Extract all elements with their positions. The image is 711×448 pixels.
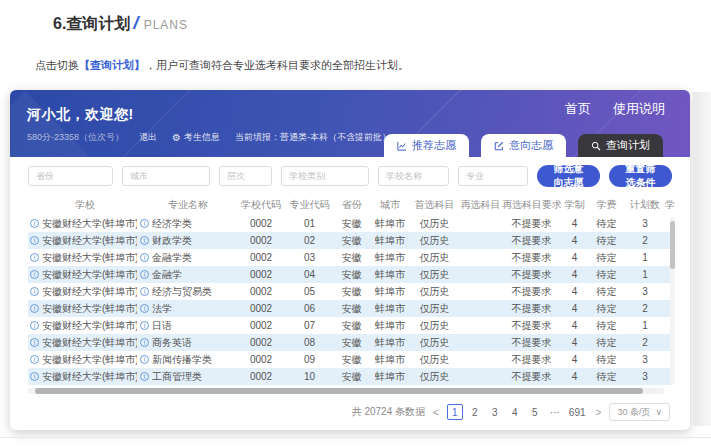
table-row[interactable]: 安徽财经大学(蚌埠市)(... 新闻传播学类 0002 09 安徽 蚌埠市 仅历… (28, 351, 672, 368)
horizontal-scrollbar-thumb[interactable] (35, 388, 643, 394)
section-subtitle: PLANS (144, 18, 188, 32)
student-info-link[interactable]: ⚙ 考生信息 (172, 131, 220, 144)
filter-input-major[interactable] (458, 166, 528, 186)
info-icon[interactable] (30, 304, 39, 313)
page-number[interactable]: 4 (507, 404, 523, 420)
info-icon[interactable] (140, 219, 149, 228)
page-number[interactable]: ··· (547, 404, 563, 420)
page-number[interactable]: 2 (467, 404, 483, 420)
table-row[interactable]: 安徽财经大学(蚌埠市)(... 财政学类 0002 02 安徽 蚌埠市 仅历史 … (28, 232, 672, 249)
cell-school-code: 0002 (236, 371, 286, 382)
filter-input-school-name[interactable] (378, 166, 449, 186)
cell-plan-count: 1 (625, 252, 665, 263)
logout-link[interactable]: 退出 (139, 131, 157, 144)
cell-plan-count: 2 (625, 337, 665, 348)
table-header-row: 学校 专业名称 学校代码 专业代码 省份 城市 首选科目 再选科目 再选科目要求… (28, 195, 672, 215)
info-icon[interactable] (140, 304, 149, 313)
col-plan-count: 计划数 (625, 198, 665, 212)
table-row[interactable]: 安徽财经大学(蚌埠市)(... 经济学类 0002 01 安徽 蚌埠市 仅历史 … (28, 215, 672, 232)
nav-guide-link[interactable]: 使用说明 (613, 100, 665, 118)
app-header: 首页 使用说明 河小北，欢迎您! 580分-23358（位次号） 退出 ⚙ 考生… (10, 90, 690, 157)
tab-recommend[interactable]: 推荐志愿 (384, 134, 469, 157)
page-number[interactable]: 5 (527, 404, 543, 420)
vertical-scrollbar-thumb[interactable] (670, 221, 675, 269)
filter-input-province[interactable] (28, 166, 113, 186)
next-page-button[interactable]: > (596, 407, 602, 418)
info-icon[interactable] (30, 372, 39, 381)
cell-province: 安徽 (333, 251, 370, 265)
tab-query-plans[interactable]: 查询计划 (578, 134, 663, 157)
cell-duration: 4 (561, 286, 588, 297)
tab-intention[interactable]: 意向志愿 (481, 134, 566, 157)
filter-intention-button[interactable]: 筛选意向志愿 (537, 165, 600, 187)
cell-major-code: 06 (286, 303, 333, 314)
cell-school: 安徽财经大学(蚌埠市)(... (28, 319, 140, 333)
cell-tuition: 待定 (588, 370, 625, 384)
filter-input-city[interactable] (122, 166, 210, 186)
vertical-scrollbar[interactable] (670, 217, 675, 385)
page-number[interactable]: 3 (487, 404, 503, 420)
cell-requirement: 不提要求 (502, 319, 561, 333)
page-size-select[interactable]: 30 条/页 ∨ (609, 403, 670, 421)
page-number[interactable]: 1 (447, 404, 463, 420)
plans-table: 学校 专业名称 学校代码 专业代码 省份 城市 首选科目 再选科目 再选科目要求… (28, 195, 672, 394)
col-second-subject: 再选科目 (459, 198, 502, 212)
cell-school: 安徽财经大学(蚌埠市)(... (28, 302, 140, 316)
info-icon[interactable] (140, 287, 149, 296)
table-row[interactable]: 安徽财经大学(蚌埠市)(... 工商管理类 0002 10 安徽 蚌埠市 仅历史… (28, 368, 672, 385)
cell-plan-count: 2 (625, 235, 665, 246)
cell-province: 安徽 (333, 285, 370, 299)
gear-icon: ⚙ (172, 133, 181, 143)
prev-page-button[interactable]: < (433, 407, 439, 418)
table-row[interactable]: 安徽财经大学(蚌埠市)(... 经济与贸易类 0002 05 安徽 蚌埠市 仅历… (28, 283, 672, 300)
info-icon[interactable] (30, 219, 39, 228)
cell-duration: 4 (561, 320, 588, 331)
cell-school-code: 0002 (236, 320, 286, 331)
info-icon[interactable] (30, 287, 39, 296)
cell-school: 安徽财经大学(蚌埠市)(... (28, 251, 140, 265)
filter-input-level[interactable] (219, 166, 272, 186)
nav-home-link[interactable]: 首页 (565, 100, 591, 118)
cell-city: 蚌埠市 (370, 319, 410, 333)
col-city: 城市 (370, 198, 410, 212)
col-tuition: 学费 (588, 198, 625, 212)
table-row[interactable]: 安徽财经大学(蚌埠市)(... 法学 0002 06 安徽 蚌埠市 仅历史 不提… (28, 300, 672, 317)
cell-school: 安徽财经大学(蚌埠市)(... (28, 370, 140, 384)
cell-plan-count: 3 (625, 218, 665, 229)
table-row[interactable]: 安徽财经大学(蚌埠市)(... 商务英语 0002 08 安徽 蚌埠市 仅历史 … (28, 334, 672, 351)
cell-requirement: 不提要求 (502, 353, 561, 367)
cell-duration: 4 (561, 269, 588, 280)
info-icon[interactable] (30, 355, 39, 364)
cell-requirement: 不提要求 (502, 268, 561, 282)
reset-filter-button[interactable]: 重置筛选条件 (609, 165, 672, 187)
info-icon[interactable] (30, 236, 39, 245)
horizontal-scrollbar[interactable] (28, 388, 664, 394)
info-icon[interactable] (140, 270, 149, 279)
table-row[interactable]: 安徽财经大学(蚌埠市)(... 日语 0002 07 安徽 蚌埠市 仅历史 不提… (28, 317, 672, 334)
info-icon[interactable] (140, 236, 149, 245)
cell-major-code: 09 (286, 354, 333, 365)
info-icon[interactable] (140, 253, 149, 262)
info-icon[interactable] (140, 372, 149, 381)
table-row[interactable]: 安徽财经大学(蚌埠市)(... 金融学 0002 04 安徽 蚌埠市 仅历史 不… (28, 266, 672, 283)
page-number[interactable]: 691 (567, 404, 588, 420)
cell-plan-count: 2 (625, 303, 665, 314)
cell-first-subject: 仅历史 (410, 370, 459, 384)
filter-input-school-type[interactable] (281, 166, 369, 186)
cell-plan-count: 3 (625, 354, 665, 365)
table-row[interactable]: 安徽财经大学(蚌埠市)(... 金融学类 0002 03 安徽 蚌埠市 仅历史 … (28, 249, 672, 266)
app-window: 首页 使用说明 河小北，欢迎您! 580分-23358（位次号） 退出 ⚙ 考生… (10, 90, 690, 430)
header-decoration (10, 91, 89, 157)
info-icon[interactable] (30, 338, 39, 347)
info-icon[interactable] (140, 338, 149, 347)
info-icon[interactable] (30, 270, 39, 279)
cell-duration: 4 (561, 354, 588, 365)
info-icon[interactable] (140, 355, 149, 364)
cell-school: 安徽财经大学(蚌埠市)(... (28, 268, 140, 282)
info-icon[interactable] (140, 321, 149, 330)
info-icon[interactable] (30, 321, 39, 330)
cell-first-subject: 仅历史 (410, 302, 459, 316)
cell-school-code: 0002 (236, 269, 286, 280)
info-icon[interactable] (30, 253, 39, 262)
cell-province: 安徽 (333, 268, 370, 282)
